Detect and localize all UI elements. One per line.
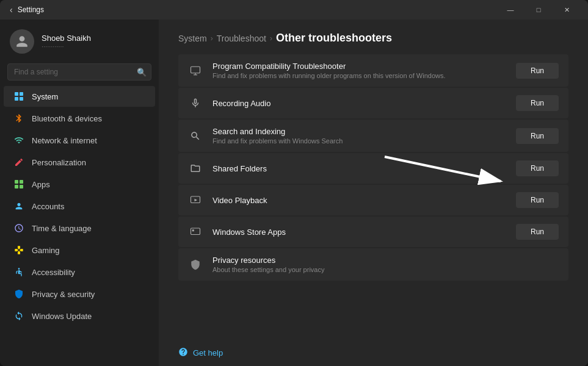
sidebar-item-personalization[interactable]: Personalization [4, 152, 155, 173]
svg-rect-9 [191, 66, 200, 73]
privacy-resources-item: Privacy resources About these settings a… [178, 248, 568, 281]
sidebar-item-accounts[interactable]: Accounts [4, 196, 155, 217]
user-profile: Shoeb Shaikh ············ [0, 20, 159, 61]
run-button-0[interactable]: Run [516, 63, 559, 79]
sidebar-label-personalization: Personalization [32, 158, 86, 167]
sidebar-label-system: System [32, 92, 58, 101]
svg-rect-16 [191, 228, 200, 235]
breadcrumb: System › Troubleshoot › Other troublesho… [159, 20, 588, 54]
network-icon [13, 135, 24, 146]
troubleshooter-list: Program Compatibility Troubleshooter Fin… [159, 54, 588, 340]
run-button-5[interactable]: Run [516, 224, 559, 240]
item-text-4: Video Playback [212, 196, 506, 205]
item-text-3: Shared Folders [212, 164, 506, 173]
search-icon: 🔍 [137, 68, 147, 77]
breadcrumb-system[interactable]: System [178, 34, 207, 43]
troubleshooter-item-4: Video Playback Run [178, 185, 568, 215]
sidebar-item-gaming[interactable]: Gaming [4, 240, 155, 260]
sidebar-item-accessibility[interactable]: Accessibility [4, 262, 155, 282]
item-title-3: Shared Folders [212, 164, 506, 173]
sidebar-item-network[interactable]: Network & internet [4, 130, 155, 151]
svg-rect-17 [192, 229, 194, 231]
minimize-button[interactable]: — [496, 0, 524, 20]
sidebar-label-time: Time & language [32, 224, 92, 233]
main-content: Shoeb Shaikh ············ 🔍 System Bl [0, 20, 588, 366]
sidebar-item-time[interactable]: Time & language [4, 218, 155, 239]
troubleshooter-item-1: Recording Audio Run [178, 88, 568, 118]
time-icon [13, 223, 24, 234]
item-title-0: Program Compatibility Troubleshooter [212, 62, 506, 71]
get-help[interactable]: Get help [159, 340, 588, 366]
avatar [10, 29, 34, 54]
user-name: Shoeb Shaikh [42, 34, 91, 43]
user-info: Shoeb Shaikh ············ [42, 34, 91, 50]
sidebar-item-bluetooth[interactable]: Bluetooth & devices [4, 108, 155, 129]
troubleshooter-item-5: Windows Store Apps Run [178, 217, 568, 247]
item-desc-2: Find and fix problems with Windows Searc… [212, 137, 506, 145]
search-input[interactable] [7, 63, 151, 81]
svg-rect-5 [20, 180, 23, 184]
shared-folders-icon [188, 161, 203, 176]
get-help-label: Get help [193, 348, 223, 357]
sidebar-label-privacy: Privacy & security [32, 290, 95, 299]
breadcrumb-sep-1: › [211, 34, 213, 43]
close-button[interactable]: ✕ [553, 0, 581, 20]
svg-rect-2 [15, 97, 18, 101]
run-button-1[interactable]: Run [516, 95, 559, 111]
settings-window: ‹ Settings — □ ✕ Shoeb Shaikh ··········… [0, 0, 588, 366]
sidebar-item-windows-update[interactable]: Windows Update [4, 306, 155, 326]
privacy-desc: About these settings and your privacy [212, 266, 559, 273]
breadcrumb-current: Other troubleshooters [276, 32, 392, 45]
system-icon [13, 91, 24, 102]
sidebar-label-gaming: Gaming [32, 246, 60, 255]
item-text-1: Recording Audio [212, 99, 506, 108]
video-playback-icon [188, 193, 203, 207]
item-text-2: Search and Indexing Find and fix problem… [212, 127, 506, 145]
recording-audio-icon [188, 96, 203, 110]
gaming-icon [13, 245, 24, 256]
windows-update-icon [13, 310, 24, 321]
search-box: 🔍 [7, 63, 151, 81]
run-button-3[interactable]: Run [516, 160, 559, 176]
accounts-icon [13, 201, 24, 212]
back-icon[interactable]: ‹ [10, 5, 13, 15]
item-text-0: Program Compatibility Troubleshooter Fin… [212, 62, 506, 79]
item-title-1: Recording Audio [212, 99, 506, 108]
svg-point-8 [18, 268, 20, 270]
run-button-2[interactable]: Run [516, 128, 559, 144]
troubleshooter-item-0: Program Compatibility Troubleshooter Fin… [178, 54, 568, 87]
item-title-5: Windows Store Apps [212, 228, 506, 237]
sidebar-item-apps[interactable]: Apps [4, 174, 155, 195]
sidebar-label-bluetooth: Bluetooth & devices [32, 114, 102, 123]
item-title-4: Video Playback [212, 196, 506, 205]
content-area: System › Troubleshoot › Other troublesho… [159, 20, 588, 366]
sidebar-item-privacy[interactable]: Privacy & security [4, 284, 155, 304]
svg-rect-3 [20, 97, 23, 101]
item-desc-0: Find and fix problems with running older… [212, 72, 506, 79]
breadcrumb-troubleshoot[interactable]: Troubleshoot [217, 34, 266, 43]
windows-store-icon [188, 224, 203, 239]
sidebar-item-system[interactable]: System [4, 86, 155, 107]
search-indexing-icon [188, 129, 203, 143]
svg-rect-4 [15, 180, 18, 184]
svg-rect-7 [20, 185, 23, 188]
program-compat-icon [188, 63, 203, 78]
sidebar-label-windows-update: Windows Update [32, 312, 92, 321]
maximize-button[interactable]: □ [524, 0, 553, 20]
titlebar: ‹ Settings — □ ✕ [0, 0, 588, 20]
svg-rect-6 [15, 185, 18, 188]
sidebar-label-network: Network & internet [32, 136, 97, 145]
privacy-title: Privacy resources [212, 256, 559, 265]
sidebar-label-accounts: Accounts [32, 202, 64, 211]
privacy-resources-icon [188, 257, 203, 272]
item-text-5: Windows Store Apps [212, 228, 506, 237]
titlebar-controls: — □ ✕ [496, 0, 581, 20]
window-title: Settings [18, 5, 44, 14]
personalization-icon [13, 157, 24, 168]
user-email: ············ [42, 43, 91, 50]
run-button-4[interactable]: Run [516, 192, 559, 208]
sidebar-label-accessibility: Accessibility [32, 268, 75, 277]
privacy-text: Privacy resources About these settings a… [212, 256, 559, 273]
troubleshooter-item-2: Search and Indexing Find and fix problem… [178, 120, 568, 152]
svg-rect-0 [15, 92, 18, 96]
